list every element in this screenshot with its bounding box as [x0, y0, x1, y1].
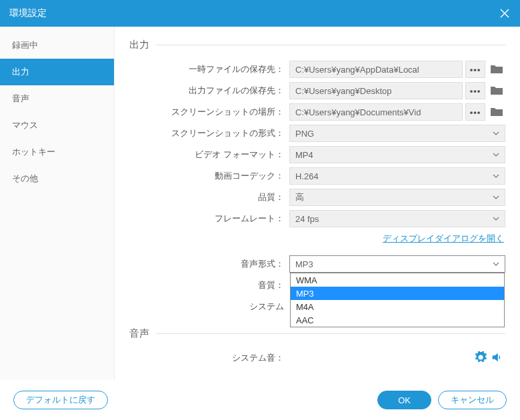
- row-temp-path: 一時ファイルの保存先： C:¥Users¥yang¥AppData¥Local …: [129, 59, 505, 79]
- row-label: 動画コーデック：: [129, 170, 289, 182]
- sidebar: 録画中 出力 音声 マウス ホットキー その他: [0, 27, 115, 380]
- dropdown-option-wma[interactable]: WMA: [291, 273, 504, 287]
- select-value: 24 fps: [295, 214, 319, 224]
- chevron-down-icon: [493, 171, 499, 181]
- dropdown-option-m4a[interactable]: M4A: [291, 300, 504, 313]
- audio-format-select[interactable]: MP3 WMA MP3 M4A AAC: [289, 255, 505, 273]
- chevron-down-icon: [493, 193, 499, 203]
- section-divider: [156, 45, 505, 45]
- sidebar-item-audio[interactable]: 音声: [0, 85, 114, 112]
- row-output-path: 出力ファイルの保存先： C:¥Users¥yang¥Desktop •••: [129, 81, 505, 101]
- chevron-down-icon: [493, 214, 499, 224]
- chevron-down-icon: [493, 259, 499, 269]
- section-heading-label: 出力: [129, 39, 149, 51]
- cancel-button[interactable]: キャンセル: [438, 391, 507, 409]
- browse-button[interactable]: •••: [465, 61, 485, 78]
- sidebar-item-output[interactable]: 出力: [0, 59, 114, 85]
- browse-button[interactable]: •••: [465, 82, 485, 99]
- open-folder-icon[interactable]: [488, 82, 505, 99]
- browse-button[interactable]: •••: [465, 103, 485, 121]
- dropdown-option-aac[interactable]: AAC: [291, 313, 504, 327]
- sidebar-item-label: その他: [12, 173, 38, 185]
- row-label: 品質：: [129, 191, 289, 203]
- row-video-format: ビデオ フォーマット： MP4: [129, 145, 505, 165]
- row-label: システム: [129, 301, 289, 313]
- row-label: スクリーンショットの形式：: [129, 127, 289, 139]
- output-path-field[interactable]: C:¥Users¥yang¥Desktop: [289, 82, 463, 99]
- speaker-icon[interactable]: [491, 351, 503, 365]
- row-video-codec: 動画コーデック： H.264: [129, 166, 505, 186]
- row-label: 出力ファイルの保存先：: [129, 85, 289, 97]
- reset-defaults-button[interactable]: デフォルトに戻す: [13, 391, 108, 409]
- row-label: システム音：: [129, 352, 289, 364]
- window-title: 環境設定: [9, 7, 499, 19]
- row-framerate: フレームレート： 24 fps: [129, 209, 505, 229]
- row-label: 一時ファイルの保存先：: [129, 63, 289, 75]
- section-heading-output: 出力: [129, 39, 505, 51]
- select-value: MP3: [295, 259, 313, 269]
- close-icon[interactable]: [499, 7, 511, 19]
- row-screenshot-path: スクリーンショットの場所： C:¥Users¥yang¥Documents¥Vi…: [129, 102, 505, 122]
- sidebar-item-label: ホットキー: [12, 146, 55, 158]
- video-format-select[interactable]: MP4: [289, 146, 505, 163]
- row-label: 音声形式：: [129, 258, 289, 270]
- titlebar: 環境設定: [0, 0, 520, 27]
- sidebar-item-other[interactable]: その他: [0, 165, 114, 192]
- display-dialog-link-row: ディスプレイダイアログを開く: [129, 233, 505, 245]
- row-label: ビデオ フォーマット：: [129, 149, 289, 161]
- audio-format-dropdown: WMA MP3 M4A AAC: [290, 273, 505, 327]
- video-codec-select[interactable]: H.264: [289, 167, 505, 185]
- chevron-down-icon: [493, 150, 499, 160]
- framerate-select[interactable]: 24 fps: [289, 210, 505, 227]
- open-folder-icon[interactable]: [488, 103, 505, 121]
- row-quality: 品質： 高: [129, 187, 505, 207]
- select-value: H.264: [295, 171, 319, 181]
- row-audio-format: 音声形式： MP3 WMA MP3 M4A AAC: [129, 254, 505, 274]
- temp-path-field[interactable]: C:¥Users¥yang¥AppData¥Local: [289, 61, 463, 78]
- section-heading-audio: 音声: [129, 327, 505, 340]
- bottom-bar: デフォルトに戻す OK キャンセル: [0, 380, 520, 420]
- select-value: 高: [295, 191, 304, 203]
- row-label: フレームレート：: [129, 213, 289, 225]
- section-heading-label: 音声: [129, 327, 149, 340]
- screenshot-format-select[interactable]: PNG: [289, 125, 505, 142]
- quality-select[interactable]: 高: [289, 189, 505, 206]
- sidebar-item-label: 録画中: [12, 39, 38, 51]
- ok-button[interactable]: OK: [377, 391, 431, 409]
- row-label: 音質：: [129, 279, 289, 291]
- select-value: MP4: [295, 150, 313, 160]
- row-system-sound: システム音：: [129, 348, 505, 368]
- row-label: スクリーンショットの場所：: [129, 106, 289, 118]
- open-folder-icon[interactable]: [488, 61, 505, 78]
- row-screenshot-format: スクリーンショットの形式： PNG: [129, 123, 505, 143]
- dropdown-option-mp3[interactable]: MP3: [291, 287, 504, 300]
- content-pane: 出力 一時ファイルの保存先： C:¥Users¥yang¥AppData¥Loc…: [115, 27, 520, 380]
- sidebar-item-mouse[interactable]: マウス: [0, 112, 114, 139]
- screenshot-path-field[interactable]: C:¥Users¥yang¥Documents¥Vid: [289, 103, 463, 121]
- gear-icon[interactable]: [475, 351, 487, 365]
- sidebar-item-label: 音声: [12, 93, 29, 105]
- display-dialog-link[interactable]: ディスプレイダイアログを開く: [383, 233, 504, 243]
- chevron-down-icon: [493, 129, 499, 139]
- sidebar-item-hotkey[interactable]: ホットキー: [0, 139, 114, 165]
- sidebar-item-label: 出力: [12, 66, 29, 78]
- section-divider: [156, 333, 505, 334]
- sidebar-item-recording[interactable]: 録画中: [0, 32, 114, 59]
- select-value: PNG: [295, 129, 314, 139]
- sidebar-item-label: マウス: [12, 119, 38, 131]
